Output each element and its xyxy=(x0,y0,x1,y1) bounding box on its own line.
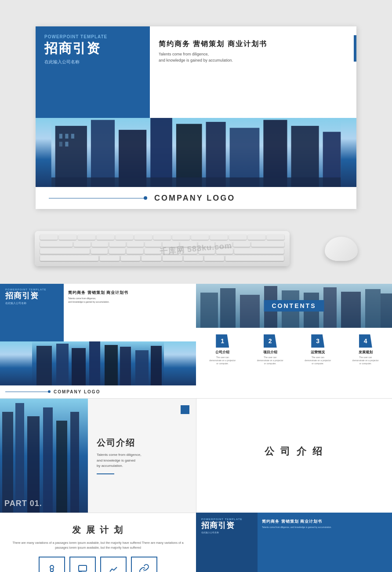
t6-company: 在此输入公司名称 xyxy=(201,531,252,534)
thumbnail-3[interactable]: PART 01. 公司介绍 Talents come from diligenc… xyxy=(0,398,196,513)
keyboard xyxy=(35,231,290,266)
key xyxy=(134,235,152,240)
main-title: 招商引资 xyxy=(44,41,141,55)
t1-blue-box: POWERPOINT TEMPLATE 招商引资 在此输入公司名称 xyxy=(0,284,64,341)
thumb-6-content: POWERPOINT TEMPLATE 招商引资 在此输入公司名称 简约商务 营… xyxy=(196,513,392,572)
t5-title: 发 展 计 划 xyxy=(9,524,187,536)
key xyxy=(40,249,90,254)
svg-rect-38 xyxy=(2,412,13,513)
thumbnail-6[interactable]: POWERPOINT TEMPLATE 招商引资 在此输入公司名称 简约商务 营… xyxy=(196,513,392,572)
content-item-2: 2 项目介绍 The user candemonstrate on a proj… xyxy=(248,334,293,365)
t1-template-label: POWERPOINT TEMPLATE xyxy=(5,288,58,291)
svg-rect-33 xyxy=(323,287,337,328)
keyboard-row-4 xyxy=(40,256,284,261)
key xyxy=(216,242,232,247)
item-3-label: 运营情况 xyxy=(311,350,325,355)
svg-rect-4 xyxy=(150,118,172,187)
thumbnail-4[interactable]: 公 司 介 绍 xyxy=(196,398,392,513)
svg-rect-2 xyxy=(91,120,115,187)
key xyxy=(121,256,141,261)
t6-title: 招商引资 xyxy=(201,521,252,530)
thumbnail-2[interactable]: CONTENTS 1 公司介绍 The user candemonstrate … xyxy=(196,284,392,398)
t6-right: 简约商务 营销策划 商业计划书 Talents come from dilige… xyxy=(258,513,392,572)
t5-icon-chart xyxy=(100,557,127,572)
svg-rect-14 xyxy=(59,142,62,147)
t6-template-label: POWERPOINT TEMPLATE xyxy=(201,518,252,521)
t1-right: 简约商务 营销策划 商业计划书 Talents come from dilige… xyxy=(64,284,196,341)
key xyxy=(40,235,58,240)
t1-bottom: COMPANY LOGO xyxy=(0,385,196,398)
svg-rect-24 xyxy=(135,350,149,385)
t1-top: POWERPOINT TEMPLATE 招商引资 在此输入公司名称 简约商务 营… xyxy=(0,284,196,341)
svg-rect-36 xyxy=(381,293,392,328)
key xyxy=(181,249,197,254)
thumbnail-1[interactable]: POWERPOINT TEMPLATE 招商引资 在此输入公司名称 简约商务 营… xyxy=(0,284,196,398)
key xyxy=(199,249,215,254)
key xyxy=(109,249,126,254)
mouse xyxy=(325,237,358,261)
t6-blue-box: POWERPOINT TEMPLATE 招商引资 在此输入公司名称 xyxy=(196,513,258,572)
content-item-4: 4 发展规划 The user candemonstrate on a proj… xyxy=(344,334,388,365)
key xyxy=(40,256,99,261)
item-4-desc: The user candemonstrate on a projectoror… xyxy=(352,356,379,365)
item-3-desc: The user candemonstrate on a projectoror… xyxy=(305,356,331,365)
svg-rect-42 xyxy=(56,421,67,513)
key xyxy=(145,249,161,254)
key xyxy=(216,249,233,254)
t6-top: POWERPOINT TEMPLATE 招商引资 在此输入公司名称 简约商务 营… xyxy=(196,513,392,572)
svg-rect-19 xyxy=(56,344,69,385)
building-image xyxy=(36,118,356,187)
key xyxy=(210,235,228,240)
svg-rect-27 xyxy=(200,293,218,328)
key xyxy=(163,256,182,261)
slide-top-section: POWERPOINT TEMPLATE 招商引资 在此输入公司名称 简约商务 营… xyxy=(36,26,356,118)
building-svg xyxy=(36,118,356,187)
thumbnail-5[interactable]: 发 展 计 划 There are many variations of a p… xyxy=(0,513,196,572)
keyboard-row-1 xyxy=(40,235,284,240)
key xyxy=(153,235,171,240)
key xyxy=(191,235,209,240)
contents-items: 1 公司介绍 The user candemonstrate on a proj… xyxy=(200,334,388,365)
key xyxy=(267,235,284,240)
t5-icon-link xyxy=(131,557,157,572)
slide-right-text: 简约商务 营销策划 商业计划书 Talents come from dilige… xyxy=(150,26,356,118)
key xyxy=(97,235,114,240)
svg-rect-23 xyxy=(120,347,131,385)
svg-rect-29 xyxy=(240,295,260,328)
item-1-desc: The user candemonstrate on a projectoror… xyxy=(209,356,236,365)
item-2-label: 项目介绍 xyxy=(263,350,277,355)
svg-rect-25 xyxy=(151,346,162,385)
thumb-4-content: 公 司 介 绍 xyxy=(196,399,392,513)
key xyxy=(248,235,265,240)
thumb-3-content: PART 01. 公司介绍 Talents come from diligenc… xyxy=(0,399,196,513)
keyboard-area: 千库网 588ku.com xyxy=(0,222,392,275)
key xyxy=(91,249,108,254)
keyboard-row-2 xyxy=(40,242,284,247)
content-item-3: 3 运营情况 The user candemonstrate on a proj… xyxy=(296,334,340,365)
t3-line xyxy=(97,473,114,474)
key xyxy=(233,242,250,247)
svg-rect-20 xyxy=(72,348,86,385)
key xyxy=(204,256,224,261)
svg-rect-15 xyxy=(65,142,68,147)
t3-title: 公司介绍 xyxy=(97,437,187,449)
svg-rect-40 xyxy=(27,416,40,513)
key xyxy=(100,256,120,261)
t1-line xyxy=(5,392,49,392)
svg-rect-39 xyxy=(15,403,24,513)
logo-line xyxy=(49,198,145,198)
contents-header: CONTENTS xyxy=(264,300,324,312)
key xyxy=(251,242,284,247)
t1-company: 在此输入公司名称 xyxy=(5,301,58,305)
svg-rect-21 xyxy=(89,341,100,385)
svg-rect-22 xyxy=(105,345,118,385)
subtitle-cn: 简约商务 营销策划 商业计划书 xyxy=(159,40,348,49)
company-name: 在此输入公司名称 xyxy=(44,59,141,65)
thumb-2-content: CONTENTS 1 公司介绍 The user candemonstrate … xyxy=(196,284,392,398)
t2-city-bg: CONTENTS xyxy=(196,284,392,328)
key xyxy=(180,242,196,247)
bottom-grid: 发 展 计 划 There are many variations of a p… xyxy=(0,513,392,572)
key xyxy=(74,242,90,247)
key xyxy=(234,249,284,254)
svg-rect-47 xyxy=(79,565,87,571)
